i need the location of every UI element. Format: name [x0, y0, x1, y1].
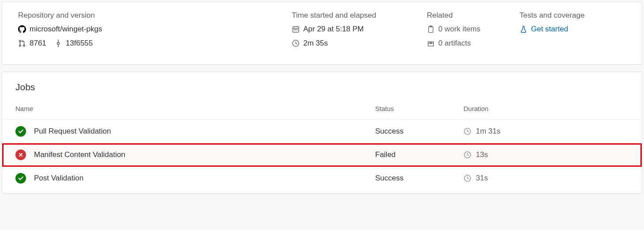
job-duration-text: 1m 31s: [476, 127, 501, 136]
svg-point-3: [23, 45, 25, 46]
pr-link[interactable]: 8761: [18, 38, 46, 48]
success-icon: [15, 173, 26, 184]
get-started-text: Get started: [531, 24, 568, 34]
time-label: Time started and elapsed: [292, 11, 427, 20]
job-name-text: Manifest Content Validation: [34, 150, 125, 159]
time-elapsed: 2m 35s: [292, 38, 427, 48]
summary-col-related: Related 0 work items 0 artifacts: [427, 11, 520, 53]
commit-hash: 13f6555: [66, 38, 93, 48]
summary-col-time: Time started and elapsed Apr 29 at 5:18 …: [292, 11, 427, 53]
jobs-title: Jobs: [2, 82, 642, 100]
repo-refs: 8761 13f6555: [18, 38, 292, 48]
job-duration-cell: 13s: [463, 150, 629, 159]
clipboard-icon: [427, 25, 435, 33]
clock-icon: [463, 174, 471, 182]
job-row[interactable]: Manifest Content ValidationFailed13s: [2, 143, 642, 167]
svg-point-0: [19, 40, 21, 42]
github-icon: [18, 25, 26, 33]
time-started: Apr 29 at 5:18 PM: [292, 24, 427, 34]
artifacts-text: 0 artifacts: [438, 38, 471, 48]
artifacts-icon: [427, 39, 435, 47]
svg-rect-11: [294, 29, 295, 30]
elapsed-text: 2m 35s: [303, 38, 328, 48]
summary-col-repository: Repository and version microsoft/winget-…: [18, 11, 292, 53]
get-started-link[interactable]: Get started: [520, 24, 626, 34]
tests-label: Tests and coverage: [520, 11, 626, 20]
job-status-text: Failed: [375, 150, 463, 159]
jobs-table-header: Name Status Duration: [2, 100, 642, 120]
job-name-cell: Manifest Content Validation: [15, 150, 375, 160]
related-label: Related: [427, 11, 520, 20]
job-duration-text: 31s: [476, 174, 488, 183]
repo-link[interactable]: microsoft/winget-pkgs: [18, 24, 292, 34]
jobs-table-body: Pull Request ValidationSuccess1m 31sMani…: [2, 120, 642, 190]
svg-point-4: [57, 42, 59, 45]
clock-icon: [463, 151, 471, 159]
job-duration-cell: 31s: [463, 174, 629, 183]
col-header-status: Status: [375, 105, 463, 112]
col-header-name: Name: [15, 105, 375, 112]
pull-request-icon: [18, 39, 26, 47]
artifacts-link[interactable]: 0 artifacts: [427, 38, 520, 48]
summary-card: Repository and version microsoft/winget-…: [2, 2, 642, 65]
commit-link[interactable]: 13f6555: [54, 38, 93, 48]
job-name-text: Post Validation: [34, 174, 83, 183]
calendar-icon: [292, 25, 300, 33]
repo-name: microsoft/winget-pkgs: [30, 24, 102, 34]
jobs-card: Jobs Name Status Duration Pull Request V…: [2, 72, 642, 194]
work-items-link[interactable]: 0 work items: [427, 24, 520, 34]
job-status-text: Success: [375, 174, 463, 183]
svg-rect-13: [297, 29, 298, 30]
svg-point-1: [19, 45, 21, 46]
job-status-text: Success: [375, 127, 463, 136]
success-icon: [15, 126, 26, 137]
job-row[interactable]: Post ValidationSuccess31s: [2, 167, 642, 190]
svg-rect-12: [295, 29, 296, 30]
clock-icon: [292, 39, 300, 47]
start-time-text: Apr 29 at 5:18 PM: [303, 24, 364, 34]
clock-icon: [463, 127, 471, 135]
flask-icon: [520, 25, 527, 33]
failed-icon: [15, 150, 26, 160]
job-name-text: Pull Request Validation: [34, 127, 111, 136]
work-items-text: 0 work items: [438, 24, 480, 34]
job-name-cell: Post Validation: [15, 173, 375, 184]
svg-rect-15: [429, 27, 433, 33]
job-duration-text: 13s: [476, 150, 488, 159]
summary-col-tests: Tests and coverage Get started: [520, 11, 626, 53]
job-row[interactable]: Pull Request ValidationSuccess1m 31s: [2, 120, 642, 143]
repo-version-label: Repository and version: [18, 11, 292, 20]
job-name-cell: Pull Request Validation: [15, 126, 375, 137]
commit-icon: [54, 39, 62, 47]
job-duration-cell: 1m 31s: [463, 127, 629, 136]
col-header-duration: Duration: [463, 105, 629, 112]
pr-number: 8761: [30, 38, 46, 48]
